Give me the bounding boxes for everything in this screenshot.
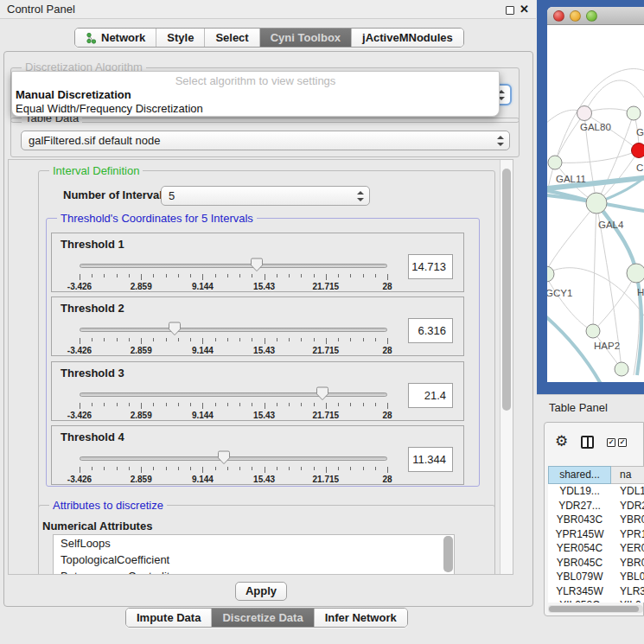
apply-button[interactable]: Apply [235,582,287,601]
threshold-1-value[interactable]: 14.713 [408,254,453,279]
network-icon [86,32,97,44]
network-window-frame[interactable]: GAL80GACGAL11GAL4GCY1HHAP2 [537,0,644,394]
attributes-list[interactable]: SelfLoopsTopologicalCoefficientBetweenne… [53,534,455,575]
attribute-list-item[interactable]: SelfLoops [54,535,454,552]
slider-thumb[interactable] [251,258,264,272]
network-node[interactable] [615,362,628,376]
popup-option-manual[interactable]: Manual Discretization [16,88,131,101]
table-row[interactable]: YDR27...YDR2 [548,499,644,513]
slider-track[interactable] [80,264,387,268]
network-node[interactable] [577,106,592,121]
tab-style[interactable]: Style [156,29,205,47]
num-intervals-combo[interactable]: 5 [161,186,370,206]
tick-label: -3.426 [67,282,92,291]
network-node[interactable] [632,143,644,158]
threshold-3-value[interactable]: 21.4 [408,383,453,408]
cell-shared-name[interactable]: YBR045C [548,556,611,571]
cell-shared-name[interactable]: YLR345W [548,584,611,599]
threshold-2-value[interactable]: 6.316 [408,318,453,343]
cell-name[interactable]: YDL1 [611,484,644,499]
traffic-light-close-icon[interactable] [553,10,564,22]
slider-ticks [80,467,387,474]
cell-shared-name[interactable]: YDL19... [548,484,611,499]
float-window-icon[interactable] [506,6,514,15]
slider-track[interactable] [80,456,387,461]
settings-scrollbar-thumb[interactable] [502,169,511,411]
tick-mark [227,467,228,470]
threshold-2-slider[interactable]: -3.4262.8599.14415.4321.71528 [80,322,387,354]
cell-name[interactable]: YBR0 [611,556,644,571]
cell-name[interactable]: YER0 [611,541,644,556]
cell-name[interactable]: YIL0 [611,598,644,603]
tab-select[interactable]: Select [205,29,259,47]
cell-shared-name[interactable]: YPR145W [548,527,611,542]
attribute-list-item[interactable]: BetweennessCentrality [54,568,454,575]
table-row[interactable]: YBL079WYBL0 [548,570,644,584]
tick-mark [375,403,376,406]
network-node[interactable] [627,106,641,120]
table-row[interactable]: YPR145WYPR1 [548,527,644,542]
network-node[interactable] [548,156,562,169]
close-icon[interactable]: ✕ [520,3,529,16]
slider-track[interactable] [80,392,387,397]
checkbox-icon[interactable]: ✓ [607,438,615,447]
network-node[interactable] [586,193,607,214]
cell-shared-name[interactable]: YIL052C [548,598,611,603]
gear-icon[interactable]: ⚙ [555,434,568,449]
network-window-titlebar[interactable] [547,7,644,25]
traffic-light-minimize-icon[interactable] [570,10,581,22]
results-table[interactable]: shared... na YDL19...YDL1YDR27...YDR2YBR… [548,466,644,603]
tab-impute-data[interactable]: Impute Data [126,609,212,627]
cell-shared-name[interactable]: YDR27... [548,499,611,513]
header-cell-shared-name[interactable]: shared... [548,466,611,484]
table-row[interactable]: YER054CYER0 [548,541,644,556]
settings-scrollbar[interactable] [500,160,513,574]
attribute-list-item[interactable]: TopologicalCoefficient [54,552,454,568]
table-row[interactable]: YBR045CYBR0 [548,556,644,571]
cell-shared-name[interactable]: YBR043C [548,513,611,527]
columns-icon[interactable] [581,436,594,449]
threshold-4-slider[interactable]: -3.4262.8599.14415.4321.71528 [80,450,387,483]
table-row[interactable]: YLR345WYLR3 [548,584,644,599]
cell-shared-name[interactable]: YER054C [548,541,611,556]
traffic-light-zoom-icon[interactable] [586,10,597,22]
slider-thumb[interactable] [169,322,182,336]
cell-name[interactable]: YBL0 [611,570,644,584]
tab-jactivemnodules[interactable]: jActiveMNodules [352,29,463,47]
tab-network[interactable]: Network [75,29,156,47]
network-node[interactable] [547,266,554,282]
table-h-scrollbar[interactable] [548,605,643,613]
cell-name[interactable]: YDR2 [611,499,644,513]
slider-thumb[interactable] [316,386,329,401]
table-data-combo[interactable]: galFiltered.sif default node [21,131,510,150]
cell-name[interactable]: YBR0 [611,513,644,527]
threshold-3-slider[interactable]: -3.4262.8599.14415.4321.71528 [80,386,387,419]
cell-shared-name[interactable]: YBL079W [548,570,611,584]
network-node[interactable] [586,324,600,338]
tab-cyni-toolbox[interactable]: Cyni Toolbox [260,29,352,47]
network-window: GAL80GACGAL11GAL4GCY1HHAP2 [547,7,644,382]
tick-mark [153,467,154,470]
threshold-1-slider[interactable]: -3.4262.8599.14415.4321.71528 [80,258,387,290]
network-node[interactable] [627,264,644,283]
attributes-list-scrollbar[interactable] [443,536,453,572]
table-row[interactable]: YIL052CYIL0 [548,598,644,603]
tab-infer-network[interactable]: Infer Network [315,609,407,627]
tick-mark [265,338,265,344]
popup-option-equal-width[interactable]: Equal Width/Frequency Discretization [16,102,203,115]
tab-discretize-data[interactable]: Discretize Data [212,609,314,627]
table-h-scrollbar-thumb[interactable] [549,606,639,612]
tick-mark [202,338,203,344]
cell-name[interactable]: YLR3 [611,584,644,599]
checkbox-icon[interactable]: ✓ [618,438,627,447]
slider-track[interactable] [80,328,387,332]
slider-thumb[interactable] [218,450,231,465]
table-row[interactable]: YBR043CYBR0 [548,513,644,527]
threshold-4-value[interactable]: 11.344 [408,447,453,472]
table-panel-section: Table Panel ⚙ ✓ ✓ shared... na YDL19...Y… [537,394,644,644]
header-cell-name[interactable]: na [611,466,644,484]
tick-mark [153,338,154,341]
network-canvas[interactable]: GAL80GACGAL11GAL4GCY1HHAP2 [547,25,644,382]
table-row[interactable]: YDL19...YDL1 [548,484,644,499]
cell-name[interactable]: YPR1 [611,527,644,542]
